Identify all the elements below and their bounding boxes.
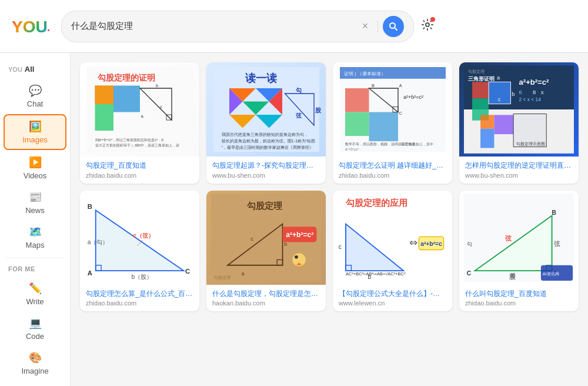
- svg-text:我国古代把直角三角形的较短的直角边称为勾，: 我国古代把直角三角形的较短的直角边称为勾，: [221, 132, 308, 137]
- search-input[interactable]: [71, 21, 357, 31]
- all-label[interactable]: All: [25, 65, 35, 74]
- card-domain-0: zhidao.baidu.com: [86, 172, 193, 179]
- code-icon: 💻: [29, 317, 42, 330]
- svg-text:a: a: [141, 114, 143, 119]
- svg-text:AC²+BC²=AB²⇒AB=√AC²+BC²: AC²+BC²=AB²⇒AB=√AC²+BC²: [346, 271, 406, 276]
- svg-text:勾股定理: 勾股定理: [246, 201, 283, 211]
- svg-text:百度知道: 百度知道: [400, 142, 415, 146]
- sidebar-item-code[interactable]: 💻 Code: [4, 312, 66, 345]
- settings-button[interactable]: [421, 18, 434, 34]
- card-title-5: 什么是勾股定理，勾股定理是怎么算出来的，你会了吗_好看视频: [212, 290, 320, 299]
- svg-rect-37: [345, 112, 369, 137]
- svg-text:弦: 弦: [554, 240, 560, 247]
- news-icon: 📰: [29, 191, 42, 204]
- card-meta-6: 【勾股定理公式大全是什么】-乐乐何答 www.lelewen.cn: [333, 285, 452, 312]
- svg-text:B: B: [88, 203, 92, 210]
- svg-point-2: [426, 23, 429, 26]
- svg-text:勾股定理: 勾股定理: [468, 69, 485, 74]
- content-area: 勾股定理的证明 a b c 设大正方形的面积等于△ abc中，设设三角形如上，设: [71, 53, 588, 386]
- image-card-0[interactable]: 勾股定理的证明 a b c 设大正方形的面积等于△ abc中，设设三角形如上，设: [80, 62, 199, 184]
- image-card-7[interactable]: 股 弦 弦 B A C 股 勾 AI资讯网: [459, 191, 579, 312]
- svg-text:b（股）: b（股）: [131, 274, 152, 280]
- svg-rect-7: [95, 104, 113, 131]
- sidebar-item-videos[interactable]: ▶️ Videos: [4, 151, 66, 185]
- sidebar-label-imagine: Imagine: [21, 367, 48, 375]
- card1-svg: 勾股定理的证明 a b c 设大正方形的面积等于△ abc中，设设三角形如上，设: [81, 67, 199, 152]
- svg-text:c: c: [498, 96, 500, 102]
- svg-text:C: C: [185, 267, 190, 274]
- svg-text:A: A: [399, 83, 402, 88]
- image-card-4[interactable]: B C A b（股） a（勾） c（弦） 勾股定理怎么算_是什么公式_百度知道: [80, 191, 199, 312]
- svg-text:a（勾）: a（勾）: [88, 239, 109, 245]
- card-image-1: 读一读 勾 股 弦 我国古代把直角三角形的较: [206, 62, 326, 157]
- svg-text:b: b: [512, 91, 514, 97]
- header: YOU• ×: [0, 0, 588, 53]
- svg-line-1: [395, 28, 397, 30]
- card-meta-3: 怎样用勾股定理的逆定理证明直角三角形-证明勾股定理的逆定理 www.bu-she…: [459, 157, 579, 184]
- sidebar-item-news[interactable]: 📰 News: [4, 186, 66, 219]
- sidebar-item-write[interactable]: ✏️ Write: [4, 277, 66, 311]
- you-label: YOU: [8, 66, 22, 73]
- sidebar-item-chat[interactable]: 💬 Chat: [4, 79, 66, 113]
- card3-svg: 证明 | （课本标准） B A C a²+b²=c² 数学不等，所以图形: [334, 67, 452, 152]
- card-image-7: 股 弦 弦 B A C 股 勾 AI资讯网: [459, 191, 579, 285]
- image-card-6[interactable]: 勾股定理的应用 b c ⇔ a²+b²=c AC²+BC²=AB²⇒AB: [333, 191, 452, 312]
- svg-text:AI资讯网: AI资讯网: [543, 271, 559, 276]
- maps-icon: 🗺️: [29, 225, 42, 238]
- sidebar-divider: [6, 258, 64, 258]
- logo-text: YOU: [12, 18, 48, 36]
- svg-text:x: x: [541, 89, 544, 95]
- card-image-6: 勾股定理的应用 b c ⇔ a²+b²=c AC²+BC²=AB²⇒AB: [333, 191, 452, 285]
- card-domain-2: zhidao.baidu.com: [339, 172, 446, 179]
- svg-text:"，最早是由三国时期的数学家赵爽在《周髀算经》: "，最早是由三国时期的数学家赵爽在《周髀算经》: [221, 145, 313, 150]
- image-card-3[interactable]: 勾股定理 三角形证明 a b c a²+b²=c² 6: [459, 62, 579, 184]
- card8-svg: 股 弦 弦 B A C 股 勾 AI资讯网: [464, 191, 574, 285]
- card-domain-6: www.lelewen.cn: [339, 300, 446, 307]
- card4-svg: 勾股定理 三角形证明 a b c a²+b²=c² 6: [464, 62, 574, 157]
- search-icon: [389, 22, 398, 31]
- svg-text:勾股定理: 勾股定理: [214, 275, 230, 279]
- card-meta-1: 勾股定理起源？-探究勾股定理的起源写一篇议论文 www.bu-shen.com: [206, 157, 326, 184]
- write-icon: ✏️: [29, 282, 42, 295]
- svg-rect-64: [494, 115, 513, 134]
- svg-text:a: a: [497, 75, 500, 81]
- image-card-2[interactable]: 证明 | （课本标准） B A C a²+b²=c² 数学不等，所以图形: [333, 62, 452, 184]
- card-image-0: 勾股定理的证明 a b c 设大正方形的面积等于△ abc中，设设三角形如上，设: [80, 62, 199, 157]
- sidebar: YOU All 💬 Chat 🖼️ Images ▶️ Videos 📰 New…: [0, 53, 71, 386]
- card-domain-3: www.bu-shen.com: [465, 172, 573, 179]
- svg-text:6: 6: [519, 89, 522, 95]
- svg-point-90: [295, 255, 298, 259]
- clear-button[interactable]: ×: [358, 20, 373, 32]
- svg-marker-8: [95, 86, 113, 105]
- image-card-1[interactable]: 读一读 勾 股 弦 我国古代把直角三角形的较: [206, 62, 326, 184]
- card-title-3: 怎样用勾股定理的逆定理证明直角三角形-证明勾股定理的逆定理: [465, 161, 573, 171]
- svg-text:股: 股: [510, 272, 516, 278]
- svg-rect-51: [472, 82, 489, 98]
- svg-text:数学不等，所以图形，视频，说明设好三角形如上，其中: 数学不等，所以图形，视频，说明设好三角形如上，其中: [345, 142, 433, 146]
- svg-text:c: c: [160, 104, 162, 109]
- sidebar-item-images[interactable]: 🖼️ Images: [4, 114, 66, 150]
- sidebar-you-label: YOU All: [0, 60, 70, 78]
- svg-text:读一读: 读一读: [245, 72, 277, 84]
- logo: YOU•: [12, 15, 49, 37]
- card6-svg: 勾股定理 a b c a²+b²=c²: [211, 191, 321, 285]
- svg-text:勾: 勾: [295, 87, 301, 94]
- svg-text:c: c: [339, 243, 342, 249]
- image-grid: 勾股定理的证明 a b c 设大正方形的面积等于△ abc中，设设三角形如上，设: [80, 62, 579, 311]
- card-meta-4: 勾股定理怎么算_是什么公式_百度知道 zhidao.baidu.com: [80, 285, 199, 312]
- svg-rect-6: [113, 86, 140, 112]
- sidebar-label-images: Images: [22, 135, 48, 144]
- svg-text:三角形证明: 三角形证明: [468, 76, 495, 82]
- sidebar-label-write: Write: [26, 297, 44, 306]
- svg-text:⇔: ⇔: [409, 237, 417, 248]
- card-title-0: 勾股定理_百度知道: [86, 161, 193, 171]
- card-title-6: 【勾股定理公式大全是什么】-乐乐何答: [339, 290, 446, 299]
- svg-text:设大正方形的面积等于△ abc中，设设三角形如上，设: 设大正方形的面积等于△ abc中，设设三角形如上，设: [95, 143, 179, 147]
- notification-dot: [430, 17, 435, 22]
- sidebar-item-maps[interactable]: 🗺️ Maps: [4, 221, 66, 254]
- sidebar-item-imagine[interactable]: 🎨 Imagine: [4, 347, 66, 380]
- search-button[interactable]: [383, 16, 404, 37]
- sidebar-item-study[interactable]: 🎓 Study: [4, 381, 66, 386]
- image-card-5[interactable]: 勾股定理 a b c a²+b²=c²: [206, 191, 326, 312]
- svg-text:2 < x < 14: 2 < x < 14: [519, 96, 542, 102]
